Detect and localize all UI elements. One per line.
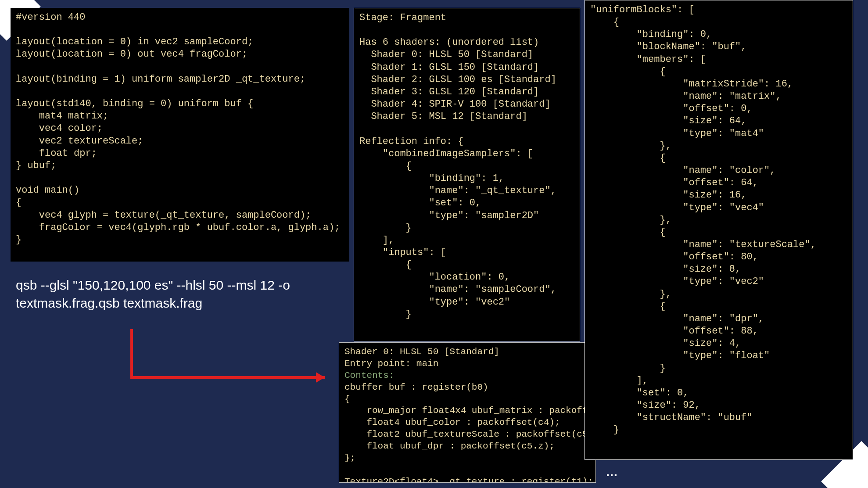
ellipsis-text: … (606, 465, 618, 479)
glsl-source-box: #version 440 layout(location = 0) in vec… (11, 8, 349, 262)
hlsl-contents-label: Contents: (344, 370, 394, 380)
hlsl-header: Shader 0: HLSL 50 [Standard] Entry point… (344, 347, 499, 369)
qsb-command-text: qsb --glsl "150,120,100 es" --hlsl 50 --… (16, 276, 332, 312)
uniform-blocks-box: "uniformBlocks": [ { "binding": 0, "bloc… (585, 0, 853, 460)
hlsl-body: cbuffer buf : register(b0) { row_major f… (344, 382, 596, 483)
hlsl-output-box: Shader 0: HLSL 50 [Standard] Entry point… (339, 342, 596, 483)
stage-output-box: Stage: Fragment Has 6 shaders: (unordere… (354, 8, 580, 341)
arrow-icon (127, 325, 338, 395)
